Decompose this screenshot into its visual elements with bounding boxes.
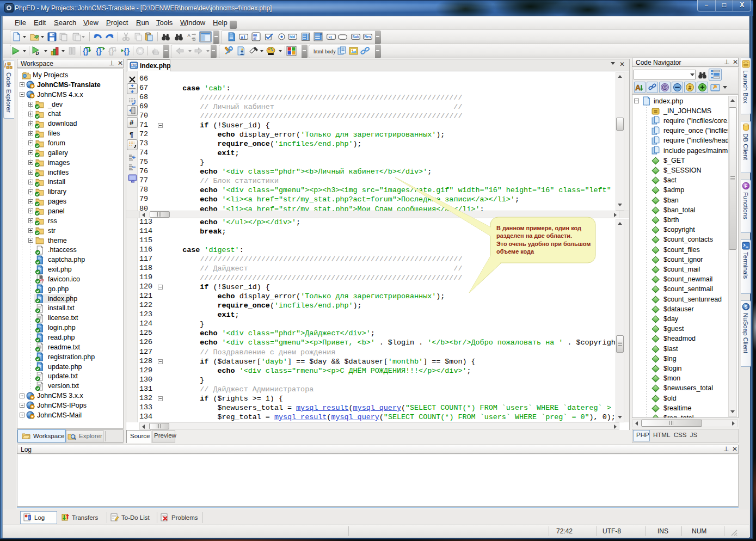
svg-text:¶: ¶ [130, 131, 133, 139]
svg-text:#: # [130, 119, 134, 127]
svg-text:a: a [241, 35, 243, 40]
svg-text:I: I [29, 516, 30, 520]
svg-text:I: I [244, 34, 245, 40]
svg-text:body: body [325, 48, 336, 54]
svg-text:S: S [663, 85, 667, 90]
svg-text:hid: hid [290, 35, 295, 39]
svg-text:html: html [314, 48, 324, 54]
svg-text:{}: {} [124, 47, 130, 56]
svg-text:D: D [35, 51, 39, 56]
svg-text:PHP: PHP [131, 63, 137, 66]
svg-text:×I: ×I [328, 35, 331, 40]
svg-text:F: F [745, 183, 748, 189]
svg-text:aI: aI [253, 36, 256, 40]
svg-text:S: S [744, 304, 747, 310]
svg-text:MS: MS [40, 279, 44, 282]
svg-text:A: A [187, 33, 190, 38]
svg-text:{}: {} [83, 47, 89, 56]
svg-text:Sub: Sub [352, 35, 359, 39]
svg-text:{}: {} [108, 47, 114, 56]
svg-text:Res: Res [364, 35, 371, 39]
svg-text:A: A [635, 83, 641, 92]
svg-text:#: # [689, 84, 692, 91]
svg-text:i: i [4, 63, 6, 69]
svg-text:{}: {} [96, 47, 102, 56]
svg-text:B: B [193, 36, 196, 41]
